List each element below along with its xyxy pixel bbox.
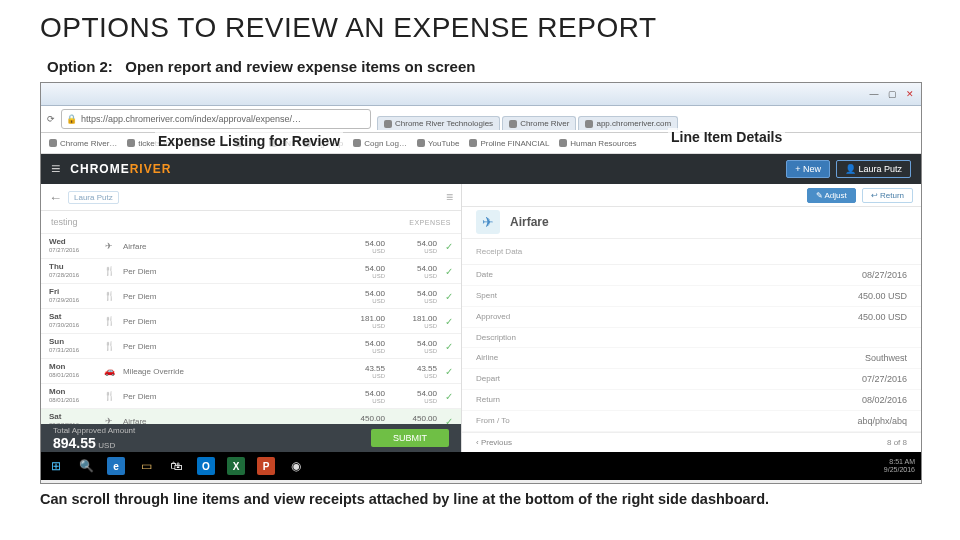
expense-row[interactable]: Sat08/27/2016✈Airfare450.00USD450.00USD✓ <box>41 409 461 424</box>
expense-row[interactable]: Thu07/28/2016🍴Per Diem54.00USD54.00USD✓ <box>41 259 461 284</box>
return-button[interactable]: ↩ Return <box>862 188 913 203</box>
detail-field: Depart07/27/2016 <box>462 369 921 390</box>
url-text: https://app.chromeriver.com/index/approv… <box>81 114 301 124</box>
user-menu-button[interactable]: 👤 Laura Putz <box>836 160 911 178</box>
pager-count: 8 of 8 <box>887 438 907 447</box>
back-icon[interactable]: ← <box>49 190 62 205</box>
row-spent: 54.00USD <box>341 339 385 354</box>
outlook-icon[interactable]: O <box>197 457 215 475</box>
browser-tab[interactable]: Chrome River <box>502 116 576 130</box>
detail-field: Description <box>462 328 921 348</box>
address-bar[interactable]: 🔒 https://app.chromeriver.com/index/appr… <box>61 109 371 129</box>
chrome-icon[interactable]: ◉ <box>287 457 305 475</box>
expense-row[interactable]: Fri07/29/2016🍴Per Diem54.00USD54.00USD✓ <box>41 284 461 309</box>
field-value: Southwest <box>865 353 907 363</box>
work-area: ← Laura Putz ≡ testing EXPENSES Wed07/27… <box>41 184 921 452</box>
row-approved: 54.00USD <box>393 264 437 279</box>
detail-field: Return08/02/2016 <box>462 390 921 411</box>
row-category-icon: 🍴 <box>103 390 115 402</box>
airplane-icon: ✈ <box>476 210 500 234</box>
start-icon[interactable]: ⊞ <box>47 457 65 475</box>
field-key: Spent <box>476 291 497 301</box>
bookmark-item[interactable]: Chrome River… <box>49 139 117 148</box>
sort-icon[interactable]: ≡ <box>446 190 453 204</box>
windows-taskbar: ⊞ 🔍 e ▭ 🛍 O X P ◉ 8:51 AM 9/25/2016 <box>41 452 921 480</box>
row-spent: 450.00USD <box>341 414 385 425</box>
detail-pager: ‹ Previous 8 of 8 <box>462 432 921 452</box>
field-key: Return <box>476 395 500 405</box>
detail-field: From / Toabq/phx/abq <box>462 411 921 432</box>
browser-toolbar: ⟳ 🔒 https://app.chromeriver.com/index/ap… <box>41 106 921 133</box>
list-section-title: testing EXPENSES <box>41 211 461 234</box>
row-category-name: Per Diem <box>123 392 333 401</box>
submit-button[interactable]: SUBMIT <box>371 429 449 447</box>
row-spent: 54.00USD <box>341 389 385 404</box>
system-tray[interactable]: 8:51 AM 9/25/2016 <box>884 458 915 473</box>
line-item-detail-panel: ✎ Adjust ↩ Return ✈ Airfare Receipt Data… <box>462 184 921 452</box>
reload-icon[interactable]: ⟳ <box>47 114 55 124</box>
list-header: ← Laura Putz ≡ <box>41 184 461 211</box>
browser-tab[interactable]: app.chromeriver.com <box>578 116 678 130</box>
check-icon: ✓ <box>445 241 453 252</box>
total-currency: USD <box>98 441 115 450</box>
expense-rows[interactable]: Wed07/27/2016✈Airfare54.00USD54.00USD✓Th… <box>41 234 461 424</box>
row-category-name: Per Diem <box>123 317 333 326</box>
bookmark-item[interactable]: Proline FINANCIAL <box>469 139 549 148</box>
adjust-button[interactable]: ✎ Adjust <box>807 188 856 203</box>
excel-icon[interactable]: X <box>227 457 245 475</box>
detail-field: Spent450.00 USD <box>462 286 921 307</box>
field-value: 08/02/2016 <box>862 395 907 405</box>
close-icon[interactable]: ✕ <box>903 89 917 99</box>
menu-icon[interactable]: ≡ <box>51 160 60 178</box>
field-value: 450.00 USD <box>858 291 907 301</box>
folder-icon[interactable]: ▭ <box>137 457 155 475</box>
browser-tab[interactable]: Chrome River Technologies <box>377 116 500 130</box>
row-category-icon: ✈ <box>103 240 115 252</box>
row-spent: 54.00USD <box>341 239 385 254</box>
row-date: Sun07/31/2016 <box>49 338 95 354</box>
minimize-icon[interactable]: — <box>867 89 881 99</box>
receipt-label: Receipt Data <box>476 247 522 256</box>
search-icon[interactable]: 🔍 <box>77 457 95 475</box>
bookmark-item[interactable]: Cogn Log… <box>353 139 407 148</box>
breadcrumb-user[interactable]: Laura Putz <box>68 191 119 204</box>
maximize-icon[interactable]: ▢ <box>885 89 899 99</box>
bookmark-item[interactable]: Human Resources <box>559 139 636 148</box>
row-category-name: Per Diem <box>123 267 333 276</box>
row-approved: 54.00USD <box>393 389 437 404</box>
check-icon: ✓ <box>445 341 453 352</box>
row-category-name: Per Diem <box>123 292 333 301</box>
expense-row[interactable]: Mon08/01/2016🚗Mileage Override43.55USD43… <box>41 359 461 384</box>
previous-button[interactable]: ‹ Previous <box>476 438 512 447</box>
row-category-name: Airfare <box>123 242 333 251</box>
category-label: Airfare <box>510 215 549 229</box>
row-date: Sat08/27/2016 <box>49 413 95 424</box>
field-key: Depart <box>476 374 500 384</box>
detail-field: Date08/27/2016 <box>462 265 921 286</box>
row-category-icon: 🍴 <box>103 265 115 277</box>
row-category-icon: ✈ <box>103 415 115 424</box>
browser-tabs: Chrome River Technologies Chrome River a… <box>377 108 915 130</box>
check-icon: ✓ <box>445 416 453 425</box>
slide-subtitle: Option 2: Open report and review expense… <box>47 58 475 75</box>
row-date: Fri07/29/2016 <box>49 288 95 304</box>
row-approved: 450.00USD <box>393 414 437 425</box>
expense-row[interactable]: Sat07/30/2016🍴Per Diem181.00USD181.00USD… <box>41 309 461 334</box>
expense-row[interactable]: Sun07/31/2016🍴Per Diem54.00USD54.00USD✓ <box>41 334 461 359</box>
callout-expense-listing: Expense Listing for Review <box>155 132 343 150</box>
expense-row[interactable]: Wed07/27/2016✈Airfare54.00USD54.00USD✓ <box>41 234 461 259</box>
row-approved: 54.00USD <box>393 239 437 254</box>
row-date: Wed07/27/2016 <box>49 238 95 254</box>
row-spent: 181.00USD <box>341 314 385 329</box>
ie-icon[interactable]: e <box>107 457 125 475</box>
detail-actions: ✎ Adjust ↩ Return <box>462 184 921 207</box>
powerpoint-icon[interactable]: P <box>257 457 275 475</box>
field-value: 08/27/2016 <box>862 270 907 280</box>
new-button[interactable]: + New <box>786 160 830 178</box>
expense-row[interactable]: Mon08/01/2016🍴Per Diem54.00USD54.00USD✓ <box>41 384 461 409</box>
store-icon[interactable]: 🛍 <box>167 457 185 475</box>
row-date: Mon08/01/2016 <box>49 363 95 379</box>
bookmark-item[interactable]: YouTube <box>417 139 459 148</box>
row-category-name: Airfare <box>123 417 333 425</box>
row-date: Mon08/01/2016 <box>49 388 95 404</box>
